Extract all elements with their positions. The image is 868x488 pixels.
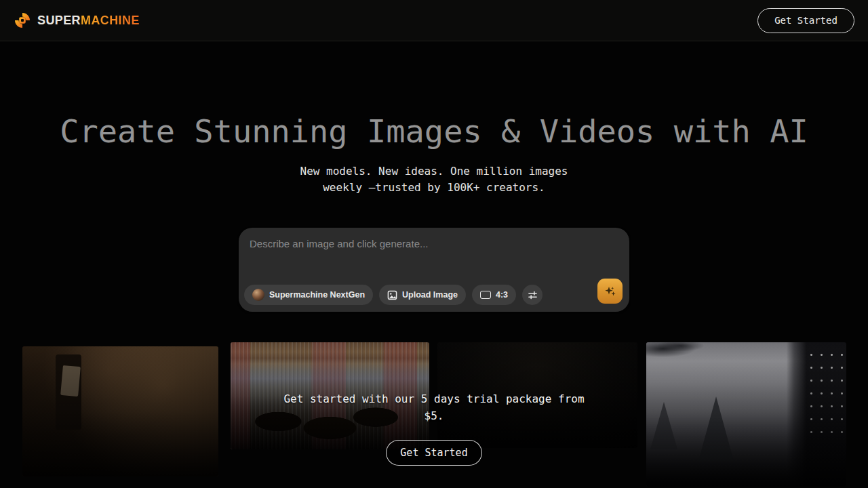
supermachine-logo-icon bbox=[14, 12, 31, 29]
brand-name-super: SUPER bbox=[37, 14, 81, 27]
image-icon bbox=[387, 290, 397, 300]
aspect-ratio-icon bbox=[480, 291, 491, 299]
top-nav: SUPERMACHINE Get Started bbox=[0, 0, 868, 41]
trial-promo-text: Get started with our 5 days trial packag… bbox=[278, 390, 590, 424]
landing-page: SUPERMACHINE Get Started Create Stunning… bbox=[0, 0, 868, 488]
gallery-image-misty-forest bbox=[646, 342, 846, 487]
advanced-settings-button[interactable] bbox=[522, 285, 542, 305]
aspect-ratio-button[interactable]: 4:3 bbox=[472, 285, 516, 305]
gallery-image-still-life bbox=[22, 346, 218, 476]
get-started-button-nav[interactable]: Get Started bbox=[757, 8, 854, 33]
upload-image-label: Upload Image bbox=[402, 290, 458, 300]
sliders-icon bbox=[528, 290, 538, 300]
bottle-label-shape bbox=[60, 365, 81, 396]
generate-button[interactable] bbox=[597, 279, 623, 304]
model-selector-label: Supermachine NextGen bbox=[269, 290, 365, 300]
get-started-button-promo[interactable]: Get Started bbox=[386, 440, 482, 466]
prompt-card: Supermachine NextGen Upload Image 4:3 bbox=[239, 228, 629, 312]
brand-logo[interactable]: SUPERMACHINE bbox=[14, 12, 140, 29]
brand-name-machine: MACHINE bbox=[81, 14, 140, 27]
hero-subtitle: New models. New ideas. One million image… bbox=[292, 163, 576, 196]
model-avatar bbox=[252, 289, 264, 301]
upload-image-button[interactable]: Upload Image bbox=[379, 285, 466, 305]
model-selector-pill[interactable]: Supermachine NextGen bbox=[244, 285, 373, 305]
string-lights bbox=[806, 348, 846, 438]
pine-tree-silhouette bbox=[650, 400, 677, 449]
pine-tree-silhouette bbox=[698, 394, 734, 461]
prompt-toolbar: Supermachine NextGen Upload Image 4:3 bbox=[244, 285, 542, 305]
sparkles-icon bbox=[604, 285, 617, 298]
brand-name: SUPERMACHINE bbox=[37, 14, 140, 28]
branch-silhouette bbox=[646, 342, 736, 386]
aspect-ratio-label: 4:3 bbox=[496, 290, 508, 300]
hero-title: Create Stunning Images & Videos with AI bbox=[0, 113, 868, 150]
prompt-input[interactable] bbox=[239, 228, 629, 270]
bottle-silhouette bbox=[56, 354, 81, 430]
